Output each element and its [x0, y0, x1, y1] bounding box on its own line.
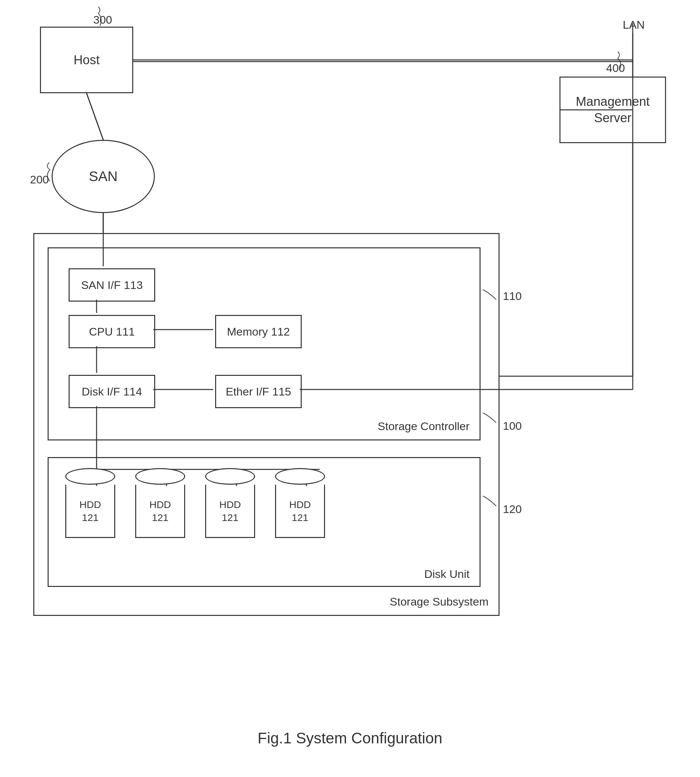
svg-line-4	[87, 93, 103, 140]
ref-storage-subsystem: 100	[503, 419, 522, 433]
hdd4-group: HDD121	[275, 468, 325, 538]
hdd3-group: HDD121	[205, 468, 255, 538]
cpu-label: CPU 111	[89, 325, 135, 338]
memory-box: Memory 112	[215, 315, 302, 348]
hdd1-group: HDD121	[65, 468, 115, 538]
mgmt-label: Management Server	[576, 93, 650, 126]
ether-if-box: Ether I/F 115	[215, 375, 302, 408]
hdd4-body: HDD121	[275, 485, 325, 538]
san-if-box: SAN I/F 113	[68, 268, 155, 302]
san-ellipse: SAN	[52, 140, 155, 213]
storage-controller-box: SAN I/F 113 CPU 111 Disk I/F 114 Memory …	[48, 247, 480, 441]
hdd1-top	[65, 468, 115, 485]
san-if-label: SAN I/F 113	[81, 279, 143, 292]
hdd4-label: HDD121	[289, 498, 311, 524]
hdd2-body: HDD121	[135, 485, 185, 538]
disk-if-label: Disk I/F 114	[82, 385, 142, 398]
ref-san: 200	[30, 173, 49, 186]
host-box: Host	[40, 27, 133, 93]
ref-host: 300	[93, 13, 112, 26]
memory-label: Memory 112	[227, 325, 290, 338]
ref-disk-unit: 120	[503, 503, 522, 516]
hdd1-label: HDD121	[80, 498, 101, 524]
cpu-box: CPU 111	[68, 315, 155, 348]
hdd4-top	[275, 468, 325, 485]
ether-if-label: Ether I/F 115	[226, 385, 292, 398]
diagram: 300 Host LAN 400 Management Server 200 S…	[0, 0, 700, 777]
figure-caption: Fig.1 System Configuration	[0, 729, 700, 747]
hdd2-label: HDD121	[150, 498, 171, 524]
disk-if-box: Disk I/F 114	[68, 375, 155, 408]
storage-controller-label: Storage Controller	[378, 420, 470, 433]
ref-storage-controller: 110	[503, 290, 522, 303]
storage-subsystem-label: Storage Subsystem	[390, 595, 488, 608]
hdd1-body: HDD121	[65, 485, 115, 538]
disk-unit-label: Disk Unit	[424, 567, 470, 581]
disk-unit-box: HDD121 HDD121 HDD121 HD	[48, 457, 480, 587]
hdd3-body: HDD121	[205, 485, 255, 538]
storage-subsystem-box: SAN I/F 113 CPU 111 Disk I/F 114 Memory …	[33, 233, 500, 616]
hdd2-top	[135, 468, 185, 485]
hdd2-group: HDD121	[135, 468, 185, 538]
management-server-box: Management Server	[560, 77, 666, 143]
hdd3-label: HDD121	[220, 498, 241, 524]
host-label: Host	[73, 53, 100, 67]
lan-label: LAN	[623, 18, 645, 31]
san-label: SAN	[89, 168, 118, 185]
ref-mgmt: 400	[606, 62, 625, 75]
hdd3-top	[205, 468, 255, 485]
